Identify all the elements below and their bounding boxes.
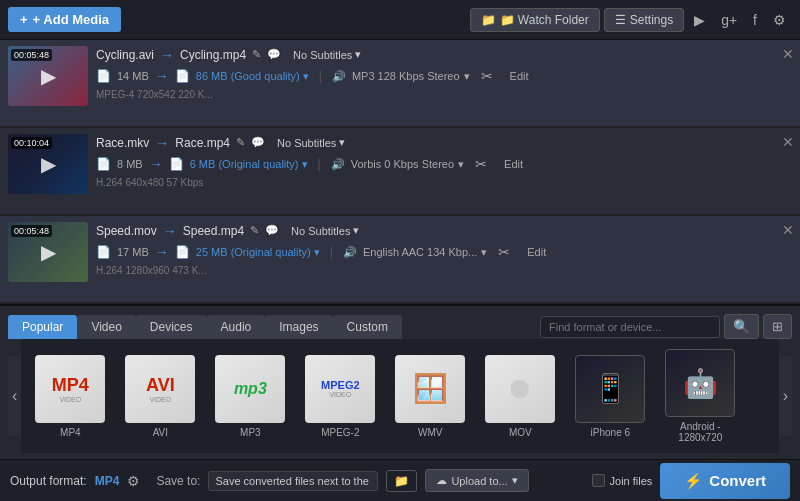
format-icon-avi: AVI VIDEO — [125, 355, 195, 423]
file-size-icon-race: 📄 — [96, 157, 111, 171]
format-icon-android: 🤖 — [665, 349, 735, 417]
tab-audio[interactable]: Audio — [207, 315, 266, 339]
upload-button[interactable]: ☁ Upload to... ▾ — [425, 469, 528, 492]
fmt-main-wmv: 🪟 — [413, 372, 448, 405]
sep1: | — [319, 69, 322, 83]
tab-custom[interactable]: Custom — [333, 315, 402, 339]
format-item-mpeg2[interactable]: MPEG2 VIDEO MPEG-2 — [295, 351, 385, 442]
duration-badge-race: 00:10:04 — [11, 137, 52, 149]
subtitle-button-cycling[interactable]: No Subtitles ▾ — [287, 46, 367, 63]
file-size-icon: 📄 — [96, 69, 111, 83]
extra-settings-icon-button[interactable]: ⚙ — [767, 8, 792, 32]
audio-button-cycling[interactable]: MP3 128 Kbps Stereo ▾ — [352, 70, 470, 83]
edit-name-icon-speed[interactable]: ✎ — [250, 224, 259, 237]
tab-video[interactable]: Video — [77, 315, 135, 339]
fmt-label-android: Android - 1280x720 — [657, 421, 743, 443]
sep3: | — [330, 245, 333, 259]
subtitle-icon-speed: 💬 — [265, 224, 279, 237]
file-right-race: Race.mkv → Race.mp4 ✎ 💬 No Subtitles ▾ 📄… — [96, 134, 792, 188]
close-speed-button[interactable]: ✕ — [782, 222, 794, 238]
fmt-label-mp3: MP3 — [240, 427, 261, 438]
duration-badge: 00:05:48 — [11, 49, 52, 61]
bottom-bar: Output format: MP4 ⚙ Save to: 📁 ☁ Upload… — [0, 459, 800, 501]
edit-name-icon[interactable]: ✎ — [252, 48, 261, 61]
thumbnail-cycling[interactable]: ▶ 00:05:48 — [8, 46, 88, 106]
scissors-button-race[interactable]: ✂ — [470, 154, 492, 174]
format-icon-mp3: mp3 — [215, 355, 285, 423]
output-quality-button-cycling[interactable]: 86 MB (Good quality) ▾ — [196, 70, 309, 83]
play-icon: ▶ — [41, 64, 56, 88]
file-size-speed: 17 MB — [117, 246, 149, 258]
scissors-button-cycling[interactable]: ✂ — [476, 66, 498, 86]
tab-popular[interactable]: Popular — [8, 315, 77, 339]
scroll-left-button[interactable]: ‹ — [8, 356, 21, 436]
tab-images[interactable]: Images — [265, 315, 332, 339]
folder-icon: 📁 — [481, 13, 496, 27]
join-files-checkbox[interactable] — [592, 474, 605, 487]
thumbnail-speed[interactable]: ▶ 00:05:48 — [8, 222, 88, 282]
codec-info-race: H.264 640x480 57 Kbps — [96, 177, 203, 188]
arrow-right-icon: → — [160, 47, 174, 63]
file-right-cycling: Cycling.avi → Cycling.mp4 ✎ 💬 No Subtitl… — [96, 46, 792, 100]
convert-button[interactable]: ⚡ Convert — [660, 463, 790, 499]
subtitle-button-speed[interactable]: No Subtitles ▾ — [285, 222, 365, 239]
audio-button-race[interactable]: Vorbis 0 Kbps Stereo ▾ — [351, 158, 464, 171]
settings-icon: ☰ — [615, 13, 626, 27]
subtitle-label-speed: No Subtitles — [291, 225, 350, 237]
gplus-icon-button[interactable]: g+ — [715, 8, 743, 32]
grid-view-button[interactable]: ⊞ — [763, 314, 792, 339]
format-icon-mpeg2: MPEG2 VIDEO — [305, 355, 375, 423]
browse-folder-button[interactable]: 📁 — [386, 470, 417, 492]
format-item-mp4[interactable]: MP4 VIDEO MP4 — [25, 351, 115, 442]
output-format-gear-button[interactable]: ⚙ — [127, 473, 140, 489]
output-size-icon: 📄 — [175, 69, 190, 83]
format-item-mp3[interactable]: mp3 MP3 — [205, 351, 295, 442]
sep2: | — [318, 157, 321, 171]
fmt-bottom-mpeg2: VIDEO — [329, 391, 351, 398]
tab-devices[interactable]: Devices — [136, 315, 207, 339]
output-quality-button-race[interactable]: 6 MB (Original quality) ▾ — [190, 158, 308, 171]
format-item-avi[interactable]: AVI VIDEO AVI — [115, 351, 205, 442]
join-files-text: Join files — [610, 475, 653, 487]
format-item-android[interactable]: 🤖 Android - 1280x720 — [655, 345, 745, 447]
fmt-main-mpeg2: MPEG2 — [321, 379, 360, 391]
search-button[interactable]: 🔍 — [724, 314, 759, 339]
file-row-speed: ✕ ▶ 00:05:48 Speed.mov → Speed.mp4 ✎ 💬 N… — [0, 216, 800, 304]
edit-button-speed[interactable]: Edit — [521, 244, 552, 260]
facebook-icon-button[interactable]: f — [747, 8, 763, 32]
audio-icon-race: 🔊 — [331, 158, 345, 171]
format-tabs-row: Popular Video Devices Audio Images Custo… — [8, 314, 792, 339]
youtube-icon-button[interactable]: ▶ — [688, 8, 711, 32]
audio-button-speed[interactable]: English AAC 134 Kbp... ▾ — [363, 246, 487, 259]
settings-button[interactable]: ☰ Settings — [604, 8, 684, 32]
file-name: Cycling.avi — [96, 48, 154, 62]
file-size-icon-speed: 📄 — [96, 245, 111, 259]
audio-label-speed: English AAC 134 Kbp... — [363, 246, 477, 258]
output-quality-button-speed[interactable]: 25 MB (Original quality) ▾ — [196, 246, 320, 259]
fmt-bottom-mp4: VIDEO — [59, 396, 81, 403]
format-search-input[interactable] — [540, 316, 720, 338]
thumbnail-race[interactable]: ▶ 00:10:04 — [8, 134, 88, 194]
edit-button-cycling[interactable]: Edit — [504, 68, 535, 84]
format-item-mov[interactable]: ⏺ MOV — [475, 351, 565, 442]
fmt-label-wmv: WMV — [418, 427, 442, 438]
fmt-bottom-avi: VIDEO — [149, 396, 171, 403]
codec-info-speed: H.264 1280x960 473 K... — [96, 265, 207, 276]
watch-folder-button[interactable]: 📁 📁 Watch Folder — [470, 8, 600, 32]
save-path-input[interactable] — [208, 471, 378, 491]
format-item-iphone6[interactable]: 📱 iPhone 6 — [565, 351, 655, 442]
scissors-button-speed[interactable]: ✂ — [493, 242, 515, 262]
edit-name-icon-race[interactable]: ✎ — [236, 136, 245, 149]
close-race-button[interactable]: ✕ — [782, 134, 794, 150]
upload-label: Upload to... — [451, 475, 507, 487]
add-media-button[interactable]: + + Add Media — [8, 7, 121, 32]
scroll-right-button[interactable]: › — [779, 356, 792, 436]
file-name-race: Race.mkv — [96, 136, 149, 150]
top-bar-right: 📁 📁 Watch Folder ☰ Settings ▶ g+ f ⚙ — [470, 8, 792, 32]
output-format-label: Output format: — [10, 474, 87, 488]
format-item-wmv[interactable]: 🪟 WMV — [385, 351, 475, 442]
subtitle-label-race: No Subtitles — [277, 137, 336, 149]
close-cycling-button[interactable]: ✕ — [782, 46, 794, 62]
edit-button-race[interactable]: Edit — [498, 156, 529, 172]
subtitle-button-race[interactable]: No Subtitles ▾ — [271, 134, 351, 151]
